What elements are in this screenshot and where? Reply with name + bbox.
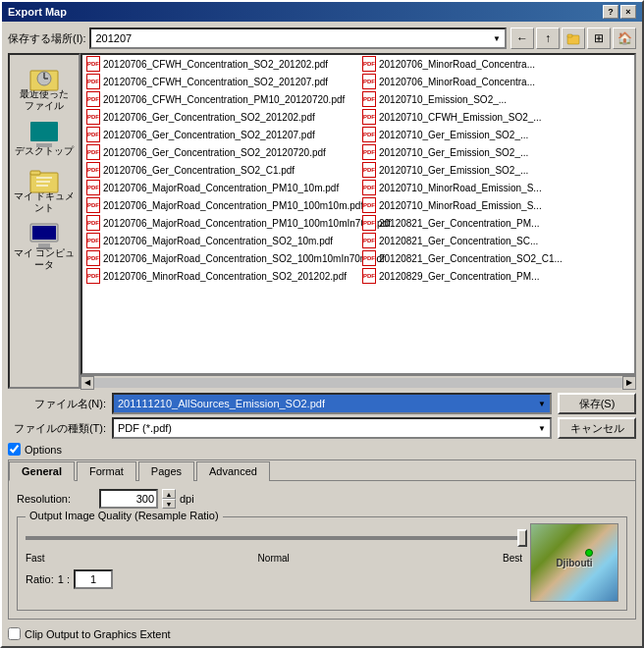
scroll-right-button[interactable]: ▶: [622, 376, 636, 390]
file-item[interactable]: PDF 20120706_MajorRoad_Concentration_PM1…: [82, 214, 358, 232]
pdf-icon: PDF: [86, 91, 100, 107]
export-map-window: Export Map ? × 保存する場所(I): 201207 ▼ ← ↑: [0, 0, 644, 648]
file-item[interactable]: PDF 20120829_Ger_Concentration_PM...: [358, 267, 634, 285]
filetype-row: ファイルの種類(T): PDF (*.pdf) ▼ キャンセル: [8, 417, 636, 439]
file-item[interactable]: PDF 20120706_Ger_Concentration_SO2_20120…: [82, 108, 358, 126]
pdf-icon: PDF: [86, 197, 100, 213]
title-bar-buttons: ? ×: [603, 5, 636, 19]
file-item[interactable]: PDF 20120710_MinorRoad_Emission_S...: [358, 179, 634, 196]
pdf-icon: PDF: [362, 109, 376, 125]
toolbar-buttons: ← ↑ ⊞ 🏠: [510, 27, 636, 49]
label-normal: Normal: [258, 553, 290, 564]
file-item[interactable]: PDF 20120706_Ger_Concentration_SO2_20120…: [82, 126, 358, 143]
file-item[interactable]: PDF 20120710_Ger_Emission_SO2_...: [358, 161, 634, 179]
path-dropdown-arrow: ▼: [493, 34, 501, 43]
left-panel: 最近使ったファイル デスクトップ: [8, 53, 80, 389]
sidebar-item-recent[interactable]: 最近使ったファイル: [11, 59, 78, 114]
pdf-icon: PDF: [86, 144, 100, 160]
filetype-dropdown[interactable]: PDF (*.pdf) ▼: [112, 417, 552, 439]
sidebar-item-mycomputer[interactable]: マイ コンピュータ: [11, 218, 78, 273]
filetype-dropdown-arrow: ▼: [538, 424, 546, 433]
file-item[interactable]: PDF 20120706_MinorRoad_Concentra...: [358, 55, 634, 73]
scroll-left-button[interactable]: ◀: [80, 376, 94, 390]
new-folder-button[interactable]: [562, 27, 585, 49]
tab-format[interactable]: Format: [77, 461, 136, 481]
spin-down-button[interactable]: ▼: [162, 499, 176, 509]
pdf-icon: PDF: [86, 74, 100, 89]
pdf-icon: PDF: [362, 56, 376, 72]
pdf-icon: PDF: [86, 215, 100, 231]
slider-labels: Fast Normal Best: [26, 553, 522, 564]
options-checkbox[interactable]: [8, 443, 21, 456]
spin-up-button[interactable]: ▲: [162, 489, 176, 499]
file-item[interactable]: PDF 20120706_MajorRoad_Concentration_PM1…: [82, 179, 358, 196]
file-item[interactable]: PDF 20120821_Ger_Concentration_SO2_C1...: [358, 249, 634, 267]
window-title: Export Map: [8, 6, 67, 18]
tabs-row: General Format Pages Advanced: [9, 460, 635, 481]
up-button[interactable]: ↑: [536, 27, 560, 49]
save-button[interactable]: 保存(S): [558, 393, 636, 414]
filename-row: ファイル名(N): 201111210_AllSources_Emission_…: [8, 393, 636, 414]
back-button[interactable]: ←: [510, 27, 534, 49]
ratio-label: Ratio:: [26, 573, 54, 585]
home-button[interactable]: 🏠: [613, 27, 636, 49]
quality-legend: Output Image Quality (Resample Ratio): [26, 510, 223, 521]
slider-track[interactable]: [26, 536, 522, 540]
svg-rect-11: [36, 181, 50, 183]
ratio-input[interactable]: [74, 569, 113, 589]
svg-rect-10: [36, 177, 52, 179]
clip-label: Clip Output to Graphics Extent: [25, 628, 171, 640]
close-button[interactable]: ×: [620, 5, 636, 19]
ratio-row: Ratio: 1 :: [26, 569, 522, 589]
right-panel[interactable]: PDF 20120706_CFWH_Concentration_SO2_2012…: [80, 53, 636, 375]
scroll-track[interactable]: [94, 378, 622, 388]
view-button[interactable]: ⊞: [587, 27, 611, 49]
file-item[interactable]: PDF 20120710_Emission_SO2_...: [358, 90, 634, 108]
file-item[interactable]: PDF 20120706_Ger_Concentration_SO2_C1.pd…: [82, 161, 358, 179]
clip-checkbox[interactable]: [8, 627, 21, 640]
options-section: Options General Format Pages Advanced: [8, 443, 636, 640]
svg-rect-16: [36, 247, 52, 249]
file-item[interactable]: PDF 20120706_CFWH_Concentration_SO2_2012…: [82, 55, 358, 73]
map-preview: Djibouti: [530, 523, 618, 602]
filename-input[interactable]: 201111210_AllSources_Emission_SO2.pdf ▼: [112, 393, 552, 414]
file-item[interactable]: PDF 20120821_Ger_Concentration_PM...: [358, 214, 634, 232]
clip-checkbox-row: Clip Output to Graphics Extent: [8, 627, 636, 640]
tab-general[interactable]: General: [9, 461, 75, 481]
slider-section: Fast Normal Best Ratio: 1 :: [26, 523, 522, 602]
file-item[interactable]: PDF 20120706_MinorRoad_Concentration_SO2…: [82, 267, 358, 285]
file-item[interactable]: PDF 20120706_MajorRoad_Concentration_SO2…: [82, 232, 358, 249]
svg-rect-6: [30, 122, 58, 141]
pdf-icon: PDF: [362, 91, 376, 107]
sidebar-item-desktop[interactable]: デスクトップ: [11, 116, 78, 159]
horizontal-scrollbar[interactable]: ◀ ▶: [80, 375, 636, 389]
file-item[interactable]: PDF 20120710_CFWH_Emission_SO2_...: [358, 108, 634, 126]
window-content: 保存する場所(I): 201207 ▼ ← ↑ ⊞ 🏠: [2, 22, 642, 646]
file-item[interactable]: PDF 20120710_Ger_Emission_SO2_...: [358, 143, 634, 161]
file-item[interactable]: PDF 20120706_MajorRoad_Concentration_PM1…: [82, 196, 358, 214]
file-item[interactable]: PDF 20120706_CFWH_Concentration_SO2_2012…: [82, 73, 358, 90]
resolution-input[interactable]: [99, 489, 158, 509]
resolution-row: Resolution: ▲ ▼ dpi: [17, 489, 627, 509]
sidebar-item-mydocs[interactable]: マイ ドキュメント: [11, 161, 78, 216]
options-toggle[interactable]: Options: [8, 443, 636, 456]
file-item[interactable]: PDF 20120706_Ger_Concentration_SO2_20120…: [82, 143, 358, 161]
path-dropdown[interactable]: 201207 ▼: [89, 27, 507, 49]
help-button[interactable]: ?: [603, 5, 618, 19]
pdf-icon: PDF: [86, 127, 100, 142]
mycomputer-icon: [28, 220, 60, 245]
file-item[interactable]: PDF 20120706_CFWH_Concentration_PM10_201…: [82, 90, 358, 108]
tab-pages[interactable]: Pages: [138, 461, 194, 481]
file-item[interactable]: PDF 20120706_MajorRoad_Concentration_SO2…: [82, 249, 358, 267]
cancel-button[interactable]: キャンセル: [558, 417, 636, 439]
file-browser: 最近使ったファイル デスクトップ: [8, 53, 636, 389]
file-item[interactable]: PDF 20120706_MinorRoad_Concentra...: [358, 73, 634, 90]
file-item[interactable]: PDF 20120821_Ger_Concentration_SC...: [358, 232, 634, 249]
file-list-left: PDF 20120706_CFWH_Concentration_SO2_2012…: [82, 55, 358, 373]
pdf-icon: PDF: [362, 197, 376, 213]
pdf-icon: PDF: [362, 180, 376, 195]
file-item[interactable]: PDF 20120710_Ger_Emission_SO2_...: [358, 126, 634, 143]
slider-thumb[interactable]: [517, 529, 527, 547]
file-item[interactable]: PDF 20120710_MinorRoad_Emission_S...: [358, 196, 634, 214]
tab-advanced[interactable]: Advanced: [196, 461, 270, 481]
